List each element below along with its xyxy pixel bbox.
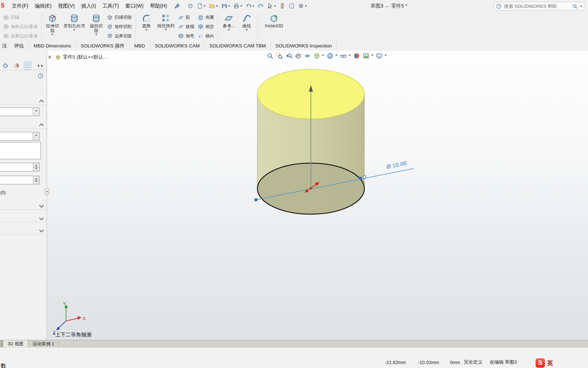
dropdown-caret-icon[interactable]	[335, 55, 337, 57]
combo-arrow-button[interactable]	[33, 132, 39, 140]
curves-button[interactable]: 曲线	[238, 12, 256, 41]
combo-box-1[interactable]	[0, 107, 39, 116]
tab-bar-grip[interactable]	[0, 340, 3, 348]
new-document-icon[interactable]	[196, 2, 207, 10]
sketch-handle[interactable]	[359, 177, 362, 180]
search-icon[interactable]	[572, 4, 578, 9]
combo-arrow-button[interactable]	[33, 108, 39, 116]
previous-view-icon[interactable]	[285, 52, 292, 59]
diameter-dimension[interactable]: Ø 10.00	[386, 160, 407, 170]
tab-3d-views[interactable]: 3D 视图	[3, 340, 28, 348]
graphics-viewport[interactable]: Ø 10.00 Y X	[47, 51, 588, 340]
rib-button[interactable]: 筋	[177, 13, 196, 22]
dropdown-caret-icon[interactable]	[371, 55, 373, 57]
sogou-logo-icon[interactable]: S	[536, 358, 545, 368]
menu-file[interactable]: 文件(F)	[9, 0, 32, 12]
sketch-handle[interactable]	[255, 198, 257, 201]
scroll-left-icon[interactable]	[36, 64, 39, 67]
numeric-stepper-1[interactable]	[0, 163, 39, 171]
step-down-icon[interactable]	[33, 180, 39, 184]
tab-solidworks-inspection[interactable]: SOLIDWORKS Inspection	[271, 41, 337, 51]
mirror-button[interactable]: 镜向	[196, 32, 215, 40]
swept-cut-button[interactable]: 扫描切除	[106, 13, 133, 22]
combo-box-2[interactable]	[0, 132, 39, 141]
help-icon[interactable]	[38, 73, 43, 79]
dropdown-caret-icon[interactable]	[384, 55, 387, 57]
document-label[interactable]: 零件5 (默认<<默认...	[63, 54, 107, 60]
search-dropdown-caret-icon[interactable]	[580, 6, 582, 8]
shell-button[interactable]: 抽壳	[177, 32, 196, 40]
undo-icon[interactable]	[244, 2, 256, 10]
menu-view[interactable]: 视图(V)	[55, 0, 78, 12]
model-scene[interactable]: Ø 10.00 Y X	[47, 51, 588, 340]
target-tab-icon[interactable]	[2, 62, 9, 69]
extruded-cut-button[interactable]: 拉伸切除	[43, 12, 61, 41]
section-view-icon[interactable]	[295, 52, 302, 59]
feature-tree-expand-icon[interactable]	[49, 55, 53, 59]
tab-solidworks-addins[interactable]: SOLIDWORKS 插件	[76, 41, 130, 51]
menu-insert[interactable]: 插入(I)	[78, 0, 99, 12]
boundary-boss-button[interactable]: 边界凸台/基体	[2, 32, 39, 40]
loft-button[interactable]: 放样凸台/基体	[2, 23, 39, 31]
tab-motion-study[interactable]: 运动算例 1	[28, 340, 59, 348]
group-box-header[interactable]	[0, 123, 47, 129]
tab-annotation-partial[interactable]: 注	[0, 41, 10, 51]
step-up-icon[interactable]	[33, 176, 39, 180]
revolved-cut-button[interactable]: 旋转切除	[87, 12, 105, 41]
view-orientation-icon[interactable]	[313, 52, 320, 59]
zoom-fit-icon[interactable]	[267, 52, 274, 59]
hole-wizard-button[interactable]: 异型孔向导	[61, 12, 87, 41]
help-icon[interactable]	[496, 4, 501, 9]
collapsed-group-header[interactable]	[0, 226, 47, 235]
group-box-header[interactable]	[0, 99, 47, 105]
select-arrow-icon[interactable]	[266, 2, 277, 10]
tab-mbd-dimensions[interactable]: MBD Dimensions	[29, 41, 76, 51]
file-properties-icon[interactable]	[288, 2, 296, 10]
view-settings-icon[interactable]	[376, 52, 383, 59]
home-icon[interactable]	[186, 2, 195, 10]
menu-help[interactable]: 帮助(H)	[147, 0, 170, 12]
active-pane-icon[interactable]	[24, 62, 31, 70]
step-down-icon[interactable]	[33, 167, 39, 171]
collapsed-group-header[interactable]	[0, 201, 47, 210]
tab-evaluate[interactable]: 评估	[10, 41, 29, 51]
save-icon[interactable]	[220, 2, 231, 10]
hide-show-items-icon[interactable]	[340, 52, 347, 59]
menu-edit[interactable]: 编辑(E)	[32, 0, 55, 12]
menu-window[interactable]: 窗口(W)	[122, 0, 147, 12]
fillet-button[interactable]: 圆角	[137, 12, 155, 41]
options-gear-icon[interactable]	[297, 2, 308, 10]
search-input[interactable]	[503, 3, 570, 9]
wrap-button[interactable]: 包覆	[196, 13, 215, 22]
menu-tools[interactable]: 工具(T)	[99, 0, 122, 12]
reference-geometry-button[interactable]: 参考...	[220, 12, 238, 41]
tab-solidworks-cam-tbm[interactable]: SOLIDWORKS CAM TBM	[205, 41, 271, 51]
display-style-icon[interactable]	[327, 52, 333, 59]
collapsed-group-header[interactable]	[0, 213, 47, 222]
panel-splitter-handle[interactable]	[45, 188, 49, 195]
boundary-cut-button[interactable]: 边界切除	[106, 32, 133, 40]
draft-button[interactable]: 拔模	[177, 23, 196, 31]
display-manager-icon[interactable]	[13, 62, 20, 69]
edit-appearance-icon[interactable]	[353, 52, 360, 59]
apply-scene-icon[interactable]	[363, 52, 369, 59]
annotation-view-icon[interactable]	[304, 52, 311, 59]
sweep-button[interactable]: 扫描	[2, 13, 39, 22]
dropdown-caret-icon[interactable]	[349, 55, 351, 57]
drag-handle[interactable]	[363, 176, 366, 178]
linear-pattern-button[interactable]: 线性阵列	[155, 12, 176, 41]
ime-indicator[interactable]: S 英	[536, 358, 553, 368]
zoom-area-icon[interactable]	[276, 52, 283, 59]
intersect-button[interactable]: 相交	[196, 23, 215, 31]
step-up-icon[interactable]	[33, 163, 39, 167]
pin-icon[interactable]	[173, 2, 181, 10]
ime-mode-label[interactable]: 英	[547, 359, 553, 367]
rebuild-icon[interactable]	[278, 2, 286, 10]
lofted-cut-button[interactable]: 放样切割	[106, 23, 133, 31]
print-icon[interactable]	[232, 2, 243, 10]
instant3d-button[interactable]: Instant3D	[260, 12, 288, 41]
dropdown-caret-icon[interactable]	[322, 55, 324, 57]
numeric-stepper-2[interactable]	[0, 176, 39, 184]
tab-solidworks-cam[interactable]: SOLIDWORKS CAM	[150, 41, 205, 51]
open-icon[interactable]	[208, 2, 219, 10]
